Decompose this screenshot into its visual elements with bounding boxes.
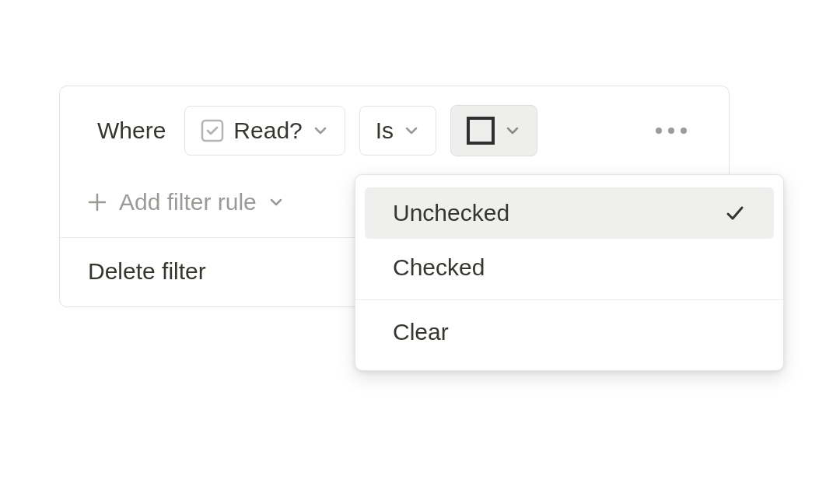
check-icon — [724, 202, 746, 224]
where-label: Where — [97, 117, 166, 144]
property-select[interactable]: Read? — [184, 106, 345, 156]
svg-rect-0 — [202, 121, 222, 141]
unchecked-box-icon — [467, 117, 495, 145]
dropdown-clear-label: Clear — [393, 319, 449, 345]
property-label: Read? — [233, 117, 302, 144]
divider — [355, 299, 783, 300]
add-filter-rule-label: Add filter rule — [119, 189, 257, 215]
operator-select[interactable]: Is — [359, 106, 436, 156]
dropdown-option-unchecked[interactable]: Unchecked — [365, 187, 774, 239]
plus-icon — [86, 191, 108, 213]
more-horizontal-icon — [656, 128, 687, 134]
chevron-down-icon — [312, 122, 329, 139]
value-dropdown-menu: Unchecked Checked Clear — [355, 174, 784, 371]
value-select[interactable] — [450, 105, 537, 156]
chevron-down-icon — [504, 122, 521, 139]
dropdown-option-checked[interactable]: Checked — [365, 242, 774, 293]
checkbox-property-icon — [201, 119, 224, 142]
chevron-down-icon — [268, 194, 285, 211]
more-actions-button[interactable] — [648, 120, 695, 142]
dropdown-clear-button[interactable]: Clear — [365, 306, 774, 358]
delete-filter-label: Delete filter — [88, 258, 206, 284]
filter-rule-row: Where Read? Is — [60, 86, 729, 175]
operator-label: Is — [376, 117, 394, 144]
dropdown-option-label: Unchecked — [393, 200, 509, 226]
chevron-down-icon — [403, 122, 420, 139]
dropdown-option-label: Checked — [393, 254, 485, 281]
